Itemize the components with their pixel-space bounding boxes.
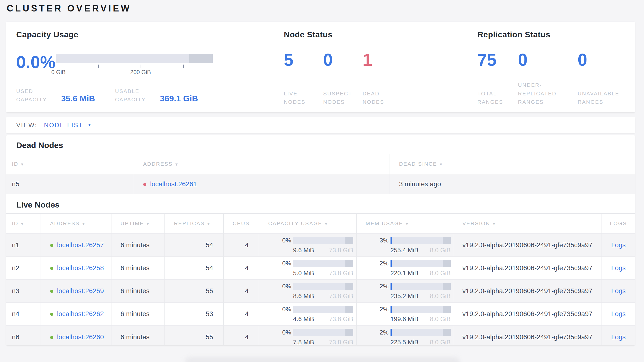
col-header-label: REPLICAS: [174, 221, 205, 226]
col-header-label: CPUS: [233, 221, 250, 226]
stat-dead-nodes: 1DEAD NODES: [362, 51, 402, 106]
node-status-title: Node Status: [284, 30, 470, 39]
capacity-usage-cell: 0%7.8 MiB73.8 GiB: [259, 325, 356, 345]
logs-link[interactable]: Logs: [611, 241, 626, 249]
live-nodes-table: ID▼ADDRESS▼UPTIME▼REPLICAS▼CPUSCAPACITY …: [6, 213, 635, 345]
capacity-total-value: 73.8 GiB: [329, 247, 353, 254]
logs-link[interactable]: Logs: [611, 310, 626, 317]
live-nodes-heading: Live Nodes: [6, 194, 635, 213]
logs-link[interactable]: Logs: [611, 264, 626, 272]
capacity-total-value: 73.8 GiB: [329, 292, 353, 300]
version-cell: v19.2.0-alpha.20190606-2491-gfe735c9a97: [453, 234, 602, 257]
stat-total-ranges: 75TOTAL RANGES: [478, 51, 518, 106]
mem-usage-percent: 2%: [373, 283, 388, 290]
view-selected-value: NODE LIST: [44, 121, 83, 129]
cpus-cell: 4: [224, 302, 259, 325]
replicas-cell: 54: [165, 257, 224, 279]
view-selector-dropdown[interactable]: NODE LIST ▼: [44, 121, 92, 129]
col-header-version[interactable]: VERSION▼: [453, 214, 602, 234]
capacity-usage-percent: 0%: [276, 237, 291, 244]
col-header-capacity-usage[interactable]: CAPACITY USAGE▼: [259, 214, 356, 234]
address-cell: localhost:26261: [134, 174, 390, 194]
sort-arrow-icon: ▼: [405, 222, 409, 226]
col-header-logs: LOGS: [602, 214, 635, 234]
capacity-usage-cell: 0%5.0 MiB73.8 GiB: [259, 257, 356, 279]
node-address-link[interactable]: localhost:26262: [57, 310, 104, 317]
mem-usage-percent: 2%: [373, 260, 388, 267]
sort-arrow-icon: ▼: [324, 222, 328, 226]
capacity-usage-cell: 0%8.6 MiB73.8 GiB: [259, 279, 356, 302]
node-id-cell: n1: [6, 234, 41, 257]
stat-value: 1: [362, 51, 402, 68]
stat-value: 0: [323, 51, 362, 68]
stat-live-nodes: 5LIVE NODES: [284, 51, 323, 106]
col-header-mem-usage[interactable]: MEM USAGE▼: [356, 214, 453, 234]
capacity-usage-bar: [293, 283, 353, 290]
stat-label: SUSPECT NODES: [323, 89, 353, 106]
capacity-usage-endcap: [346, 306, 353, 313]
col-header-id[interactable]: ID▼: [6, 214, 41, 234]
table-row: n2localhost:262586 minutes5440%5.0 MiB73…: [6, 257, 635, 279]
node-status-panel: Node Status 5LIVE NODES0SUSPECT NODES1DE…: [278, 30, 470, 106]
uptime-cell: 6 minutes: [111, 279, 165, 302]
mem-total-value: 8.0 GiB: [430, 247, 451, 254]
node-address-link[interactable]: localhost:26258: [57, 264, 104, 272]
capacity-total-value: 73.8 GiB: [329, 338, 353, 345]
stat-label: TOTAL RANGES: [478, 89, 508, 106]
capacity-usage-cell: 0%9.6 MiB73.8 GiB: [259, 234, 356, 257]
mem-usage-fill: [390, 306, 392, 313]
capacity-bar-endcap: [189, 54, 213, 63]
capacity-bar: [56, 54, 213, 63]
live-status-dot: [50, 244, 53, 247]
stat-under-replicated-ranges: 0UNDER-REPLICATED RANGES: [518, 51, 578, 106]
mem-usage-endcap: [443, 329, 451, 336]
replicas-cell: 55: [165, 325, 224, 345]
node-address-link[interactable]: localhost:26260: [57, 333, 104, 341]
node-id-cell: n5: [6, 174, 134, 194]
uptime-cell: 6 minutes: [111, 257, 165, 279]
capacity-stat-label: USED CAPACITY: [16, 87, 55, 104]
table-row: n1localhost:262576 minutes5440%9.6 MiB73…: [6, 234, 635, 257]
capacity-percent: 0.0%: [16, 54, 56, 77]
capacity-usage-title: Capacity Usage: [16, 30, 278, 39]
version-cell: v19.2.0-alpha.20190606-2491-gfe735c9a97: [453, 302, 602, 325]
cpus-cell: 4: [224, 257, 259, 279]
col-header-id[interactable]: ID▼: [6, 154, 134, 174]
sort-arrow-icon: ▼: [146, 222, 150, 226]
col-header-address[interactable]: ADDRESS▼: [41, 214, 111, 234]
col-header-dead-since[interactable]: DEAD SINCE▼: [390, 154, 635, 174]
mem-usage-percent: 3%: [373, 237, 388, 244]
capacity-usage-percent: 0%: [276, 306, 291, 313]
col-header-uptime[interactable]: UPTIME▼: [111, 214, 165, 234]
logs-cell: Logs: [602, 325, 635, 345]
capacity-axis: [56, 64, 213, 69]
address-cell: localhost:26262: [41, 302, 111, 325]
live-status-dot: [50, 290, 53, 293]
capacity-usage-percent: 0%: [276, 283, 291, 290]
capacity-usage-endcap: [346, 283, 353, 290]
view-bar: VIEW: NODE LIST ▼: [6, 117, 635, 133]
capacity-usage-endcap: [346, 329, 353, 336]
version-cell: v19.2.0-alpha.20190606-2491-gfe735c9a97: [453, 279, 602, 302]
uptime-cell: 6 minutes: [111, 325, 165, 345]
stat-unavailable-ranges: 0UNAVAILABLE RANGES: [578, 51, 635, 106]
node-address-link[interactable]: localhost:26259: [57, 287, 104, 295]
capacity-usage-percent: 0%: [276, 260, 291, 267]
mem-usage-fill: [390, 237, 392, 244]
cluster-overview-page: CLUSTER OVERVIEW Capacity Usage 0.0% 0 G…: [0, 0, 644, 362]
logs-link[interactable]: Logs: [611, 287, 626, 295]
col-header-address[interactable]: ADDRESS▼: [134, 154, 390, 174]
table-row: n5localhost:262613 minutes ago: [6, 174, 635, 194]
col-header-replicas[interactable]: REPLICAS▼: [165, 214, 224, 234]
mem-usage-bar: [390, 329, 451, 336]
logs-link[interactable]: Logs: [611, 333, 626, 341]
node-id-cell: n6: [6, 325, 41, 345]
mem-used-value: 255.4 MiB: [390, 247, 418, 254]
logs-cell: Logs: [602, 257, 635, 279]
node-address-link[interactable]: localhost:26257: [57, 241, 104, 249]
node-address-link[interactable]: localhost:26261: [150, 180, 197, 188]
col-header-label: DEAD SINCE: [399, 161, 437, 167]
capacity-used-value: 9.6 MiB: [293, 247, 314, 254]
replicas-cell: 53: [165, 302, 224, 325]
mem-total-value: 8.0 GiB: [430, 292, 451, 300]
